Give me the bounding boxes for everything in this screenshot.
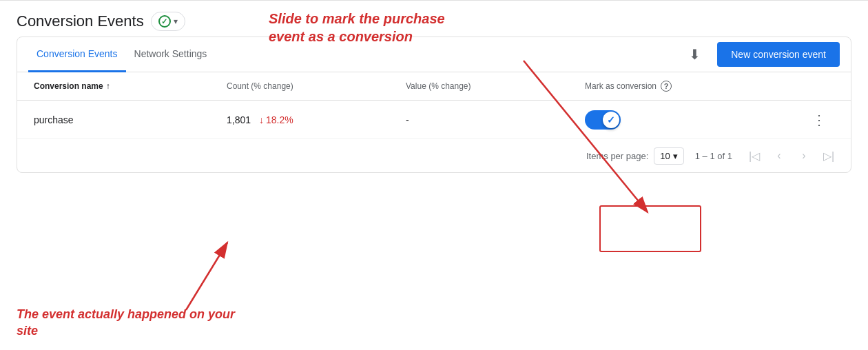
toggle-thumb: ✓	[603, 112, 619, 128]
main-card: Conversion Events Network Settings ⬇ New…	[17, 37, 851, 173]
cell-value: -	[400, 106, 579, 134]
cell-count: 1,801 ↓ 18.2%	[221, 106, 400, 134]
chevron-down-icon: ▾	[174, 17, 178, 26]
download-button[interactable]: ⬇	[681, 41, 709, 68]
cell-mark-as-conversion: ✓	[579, 102, 807, 138]
col-count: Count (% change)	[221, 72, 400, 100]
cell-more-options: ⋮	[807, 103, 840, 136]
pagination-nav: |◁ ‹ › ▷|	[743, 145, 840, 167]
more-options-button[interactable]: ⋮	[812, 112, 826, 128]
page-title: Conversion Events	[17, 12, 144, 30]
col-conversion-name: Conversion name ↑	[28, 72, 221, 100]
items-per-page-select[interactable]: 10 ▾	[654, 147, 683, 165]
col-mark-as-conversion: Mark as conversion ?	[579, 72, 807, 100]
nav-first-button[interactable]: |◁	[743, 145, 765, 167]
nav-last-button[interactable]: ▷|	[818, 145, 840, 167]
mark-as-conversion-toggle[interactable]: ✓	[585, 110, 621, 130]
select-arrow-icon: ▾	[673, 151, 678, 161]
tab-network-settings[interactable]: Network Settings	[126, 37, 216, 72]
check-icon	[158, 15, 171, 28]
toggle-check-icon: ✓	[607, 114, 615, 125]
svg-line-3	[186, 243, 227, 310]
arrow-down-icon: ↓	[259, 114, 264, 125]
toggle-track: ✓	[585, 110, 621, 130]
sort-icon[interactable]: ↑	[106, 81, 110, 91]
help-icon[interactable]: ?	[661, 81, 672, 92]
nav-next-button[interactable]: ›	[793, 145, 815, 167]
col-actions	[807, 72, 840, 100]
cell-name: purchase	[28, 106, 221, 134]
table-footer: Items per page: 10 ▾ 1 – 1 of 1 |◁ ‹ › ▷…	[17, 139, 851, 172]
items-per-page: Items per page: 10 ▾	[586, 147, 684, 165]
annotation-bottom: The event actually happened on your site	[17, 307, 235, 339]
status-badge[interactable]: ▾	[151, 12, 185, 31]
table-row: purchase 1,801 ↓ 18.2% - ✓ ⋮	[17, 101, 851, 139]
count-change: ↓ 18.2%	[259, 114, 293, 125]
highlight-box	[599, 205, 701, 252]
page-info: 1 – 1 of 1	[695, 151, 732, 161]
table-header: Conversion name ↑ Count (% change) Value…	[17, 72, 851, 101]
col-value: Value (% change)	[400, 72, 579, 100]
new-event-button[interactable]: New conversion event	[717, 42, 840, 67]
annotation-top: Slide to mark the purchase event as a co…	[269, 10, 445, 45]
tab-conversion-events[interactable]: Conversion Events	[28, 37, 126, 72]
nav-prev-button[interactable]: ‹	[768, 145, 790, 167]
count-value: 1,801	[227, 114, 251, 125]
